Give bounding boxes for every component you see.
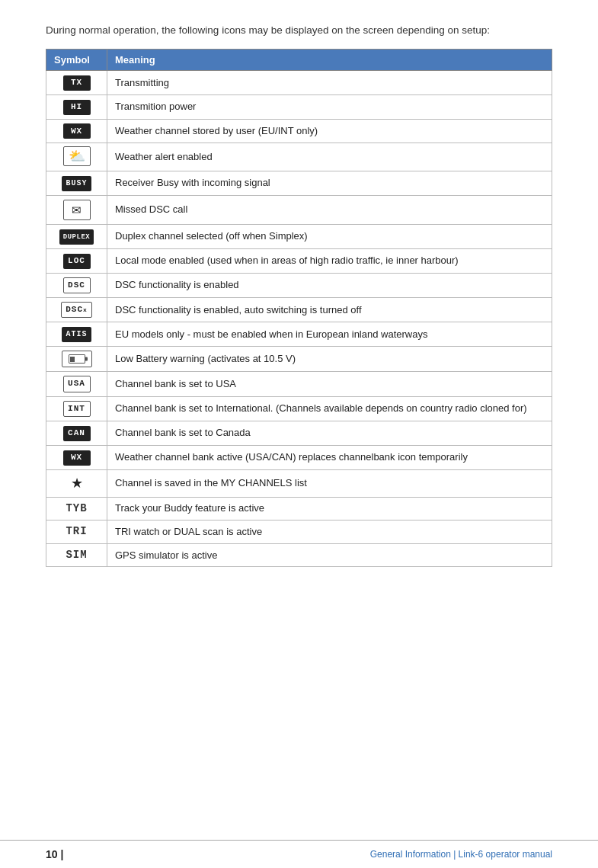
- symbol-cell: [46, 347, 107, 372]
- email-icon: ✉: [63, 200, 91, 220]
- table-row: TYBTrack your Buddy feature is active: [46, 497, 552, 520]
- meaning-cell: Weather channel stored by user (EU/INT o…: [107, 119, 552, 143]
- dsc-x-icon: DSCx: [61, 302, 92, 318]
- wx-inv-icon: WX: [63, 123, 91, 139]
- meaning-cell: GPS simulator is active: [107, 543, 552, 567]
- table-row: BUSYReceiver Busy with incoming signal: [46, 171, 552, 195]
- symbol-cell: TX: [46, 71, 107, 95]
- meaning-cell: Local mode enabled (used when in areas o…: [107, 248, 552, 273]
- table-row: WXWeather channel bank active (USA/CAN) …: [46, 445, 552, 469]
- battery-icon: [62, 351, 92, 367]
- symbol-cell: WX: [46, 119, 107, 143]
- table-row: ★Channel is saved in the MY CHANNELS lis…: [46, 469, 552, 497]
- symbol-cell: SIM: [46, 543, 107, 567]
- meaning-cell: Channel bank is set to Canada: [107, 421, 552, 446]
- table-row: DSCxDSC functionality is enabled, auto s…: [46, 297, 552, 322]
- table-row: DSCDSC functionality is enabled: [46, 273, 552, 297]
- col-header-symbol: Symbol: [46, 50, 107, 71]
- symbol-cell: HI: [46, 94, 107, 119]
- symbol-cell: LOC: [46, 248, 107, 273]
- meaning-cell: EU models only - must be enabled when in…: [107, 322, 552, 347]
- page-content: During normal operation, the following i…: [0, 0, 598, 840]
- usa-icon: USA: [63, 376, 91, 392]
- footer-text: General Information | Link-6 operator ma…: [370, 849, 552, 860]
- meaning-cell: TRI watch or DUAL scan is active: [107, 520, 552, 544]
- table-row: INTChannel bank is set to International.…: [46, 396, 552, 421]
- symbol-cell: DSCx: [46, 297, 107, 322]
- meaning-cell: Channel bank is set to USA: [107, 372, 552, 396]
- table-row: WXWeather channel stored by user (EU/INT…: [46, 119, 552, 143]
- symbol-cell: ✉: [46, 195, 107, 224]
- wx-small-icon: WX: [63, 450, 91, 466]
- symbol-cell: INT: [46, 396, 107, 421]
- table-row: SIMGPS simulator is active: [46, 543, 552, 567]
- meaning-cell: Receiver Busy with incoming signal: [107, 171, 552, 195]
- meaning-cell: Missed DSC call: [107, 195, 552, 224]
- table-row: ⛅Weather alert enabled: [46, 143, 552, 171]
- meaning-cell: Weather alert enabled: [107, 143, 552, 171]
- meaning-cell: DSC functionality is enabled, auto switc…: [107, 297, 552, 322]
- table-row: ATISEU models only - must be enabled whe…: [46, 322, 552, 347]
- symbol-cell: USA: [46, 372, 107, 396]
- meaning-cell: Track your Buddy feature is active: [107, 497, 552, 520]
- symbol-cell: BUSY: [46, 171, 107, 195]
- table-row: TXTransmitting: [46, 71, 552, 95]
- sim-icon: SIM: [66, 549, 87, 561]
- symbol-cell: DSC: [46, 273, 107, 297]
- symbol-cell: DUPLEX: [46, 224, 107, 248]
- table-row: DUPLEXDuplex channel selected (off when …: [46, 224, 552, 248]
- meaning-cell: DSC functionality is enabled: [107, 273, 552, 297]
- meaning-cell: Duplex channel selected (off when Simple…: [107, 224, 552, 248]
- int-icon: INT: [63, 401, 91, 417]
- symbol-cell: TYB: [46, 497, 107, 520]
- meaning-cell: Channel is saved in the MY CHANNELS list: [107, 469, 552, 497]
- symbol-table: Symbol Meaning TXTransmittingHITransmiti…: [46, 49, 552, 567]
- table-row: HITransmition power: [46, 94, 552, 119]
- symbol-cell: WX: [46, 445, 107, 469]
- col-header-meaning: Meaning: [107, 50, 552, 71]
- loc-icon: LOC: [63, 254, 91, 269]
- busy-icon: BUSY: [62, 176, 91, 191]
- tx-icon: TX: [63, 75, 91, 91]
- can-icon: CAN: [63, 426, 91, 441]
- table-row: Low Battery warning (activates at 10.5 V…: [46, 347, 552, 372]
- table-row: CANChannel bank is set to Canada: [46, 421, 552, 446]
- intro-text: During normal operation, the following i…: [46, 23, 552, 38]
- symbol-cell: CAN: [46, 421, 107, 446]
- meaning-cell: Low Battery warning (activates at 10.5 V…: [107, 347, 552, 372]
- weather-cloud-icon: ⛅: [63, 146, 91, 166]
- meaning-cell: Transmition power: [107, 94, 552, 119]
- tyb-icon: TYB: [66, 502, 87, 514]
- star-icon: ★: [71, 476, 83, 491]
- atis-icon: ATIS: [62, 327, 91, 342]
- symbol-cell: ATIS: [46, 322, 107, 347]
- table-row: ✉Missed DSC call: [46, 195, 552, 224]
- symbol-cell: ⛅: [46, 143, 107, 171]
- duplex-icon: DUPLEX: [59, 229, 94, 245]
- meaning-cell: Channel bank is set to International. (C…: [107, 396, 552, 421]
- page-footer: 10 | General Information | Link-6 operat…: [0, 840, 598, 868]
- table-row: LOCLocal mode enabled (used when in area…: [46, 248, 552, 273]
- table-row: USAChannel bank is set to USA: [46, 372, 552, 396]
- footer-page-number: 10 |: [46, 848, 63, 860]
- table-row: TRITRI watch or DUAL scan is active: [46, 520, 552, 544]
- symbol-cell: TRI: [46, 520, 107, 544]
- meaning-cell: Weather channel bank active (USA/CAN) re…: [107, 445, 552, 469]
- hi-icon: HI: [63, 100, 91, 115]
- meaning-cell: Transmitting: [107, 71, 552, 95]
- symbol-cell: ★: [46, 469, 107, 497]
- dsc-icon: DSC: [63, 277, 91, 293]
- tri-icon: TRI: [66, 525, 87, 537]
